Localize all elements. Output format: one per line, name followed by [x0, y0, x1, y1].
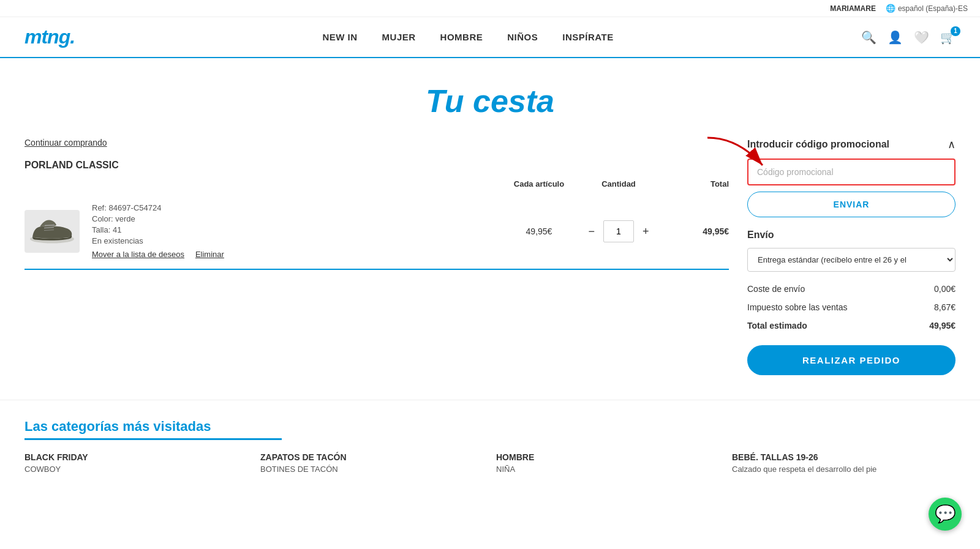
categories-section: Las categorías más visitadas BLACK FRIDA… — [0, 400, 980, 486]
total-label: Total estimado — [747, 321, 807, 331]
qty-control: − + — [582, 220, 655, 242]
qty-decrease-button[interactable]: − — [586, 226, 597, 237]
category-item-2[interactable]: HOMBRE NIÑA — [496, 452, 720, 474]
nav-link-hombre[interactable]: HOMBRE — [440, 32, 483, 42]
cart-badge: 1 — [951, 26, 960, 36]
product-details: Ref: 84697-C54724 Color: verde Talla: 41… — [92, 203, 496, 259]
top-bar: MARIAMARE 🌐 español (España)-ES — [0, 0, 980, 17]
globe-icon: 🌐 — [886, 4, 895, 13]
product-price: 49,95€ — [526, 226, 552, 236]
search-icon[interactable]: 🔍 — [861, 30, 876, 45]
total-value: 49,95€ — [929, 321, 956, 331]
remove-link[interactable]: Eliminar — [195, 250, 224, 259]
promo-section: Introducir código promocional ∧ ENVIAR — [747, 138, 956, 217]
category-sub-3: Calzado que respeta el desarrollo del pi… — [732, 465, 956, 474]
category-sub-1: BOTINES DE TACÓN — [260, 465, 484, 474]
qty-col-header: Cantidad — [582, 179, 655, 189]
category-name-3: BEBÉ. TALLAS 19-26 — [732, 452, 956, 462]
product-color: Color: verde — [92, 214, 496, 223]
categories-divider — [24, 438, 282, 440]
product-image — [24, 210, 80, 253]
product-stock: En existencias — [92, 236, 496, 245]
language-label: español (España)-ES — [898, 4, 968, 13]
category-name-1: ZAPATOS DE TACÓN — [260, 452, 484, 462]
cart-section: Continuar comprando PORLAND CLASSIC Cada… — [24, 138, 729, 375]
total-column: 49,95€ — [668, 226, 729, 236]
promo-annotation-area: Introducir código promocional ∧ ENVIAR — [747, 138, 956, 217]
continue-shopping-link[interactable]: Continuar comprando — [24, 138, 107, 148]
svg-line-2 — [44, 228, 54, 228]
category-sub-2: NIÑA — [496, 465, 720, 474]
promo-title: Introducir código promocional — [747, 139, 889, 150]
product-row: Ref: 84697-C54724 Color: verde Talla: 41… — [24, 203, 729, 259]
promo-collapse-icon[interactable]: ∧ — [948, 138, 956, 151]
total-row: Total estimado 49,95€ — [747, 321, 956, 331]
cart-icon[interactable]: 🛒 1 — [940, 30, 956, 45]
shipping-title: Envío — [747, 230, 956, 241]
nav-link-new-in[interactable]: NEW IN — [322, 32, 357, 42]
categories-title: Las categorías más visitadas — [24, 419, 956, 435]
nav-item-new-in[interactable]: NEW IN — [322, 32, 357, 42]
product-brand: PORLAND CLASSIC — [24, 160, 729, 171]
user-icon[interactable]: 👤 — [888, 30, 903, 45]
sidebar: Introducir código promocional ∧ ENVIAR E… — [747, 138, 956, 375]
nav-link-mujer[interactable]: MUJER — [382, 32, 416, 42]
price-col-header: Cada artículo — [508, 179, 570, 189]
move-to-wishlist-link[interactable]: Mover a la lista de deseos — [92, 250, 184, 259]
tax-row: Impuesto sobre las ventas 8,67€ — [747, 302, 956, 312]
logo[interactable]: mtng. — [24, 26, 75, 48]
main-content: Continuar comprando PORLAND CLASSIC Cada… — [0, 138, 980, 400]
category-item-0[interactable]: BLACK FRIDAY COWBOY — [24, 452, 248, 474]
shipping-select[interactable]: Entrega estándar (recíbelo entre el 26 y… — [747, 248, 956, 272]
header: mtng. NEW IN MUJER HOMBRE NIÑOS INSPÍRAT… — [0, 17, 980, 58]
nav-item-hombre[interactable]: HOMBRE — [440, 32, 483, 42]
qty-column: − + — [582, 220, 655, 242]
product-links: Mover a la lista de deseos Eliminar — [92, 249, 496, 259]
wishlist-icon[interactable]: 🤍 — [914, 30, 929, 45]
product-ref: Ref: 84697-C54724 — [92, 203, 496, 212]
product-divider — [24, 269, 729, 270]
tax-label: Impuesto sobre las ventas — [747, 302, 847, 312]
nav-link-ninos[interactable]: NIÑOS — [507, 32, 538, 42]
nav-item-inspirate[interactable]: INSPÍRATE — [562, 32, 613, 42]
main-nav: NEW IN MUJER HOMBRE NIÑOS INSPÍRATE — [322, 32, 613, 42]
category-name-0: BLACK FRIDAY — [24, 452, 248, 462]
total-col-header: Total — [668, 179, 729, 189]
product-total: 49,95€ — [703, 226, 729, 236]
shipping-cost-value: 0,00€ — [934, 284, 956, 294]
shipping-cost-label: Coste de envío — [747, 284, 805, 294]
qty-increase-button[interactable]: + — [640, 226, 652, 237]
username: MARIAMARE — [830, 4, 876, 13]
category-item-3[interactable]: BEBÉ. TALLAS 19-26 Calzado que respeta e… — [732, 452, 956, 474]
category-item-1[interactable]: ZAPATOS DE TACÓN BOTINES DE TACÓN — [260, 452, 484, 474]
shipping-cost-row: Coste de envío 0,00€ — [747, 284, 956, 294]
shipping-section: Envío Entrega estándar (recíbelo entre e… — [747, 230, 956, 375]
language-selector[interactable]: 🌐 español (España)-ES — [886, 4, 968, 13]
order-button[interactable]: REALIZAR PEDIDO — [747, 345, 956, 375]
svg-line-1 — [45, 225, 55, 226]
qty-input[interactable] — [603, 220, 634, 242]
promo-submit-button[interactable]: ENVIAR — [747, 192, 956, 217]
category-sub-0: COWBOY — [24, 465, 248, 474]
category-name-2: HOMBRE — [496, 452, 720, 462]
promo-code-input[interactable] — [747, 159, 956, 185]
page-title: Tu cesta — [12, 83, 968, 119]
price-column: 49,95€ — [508, 226, 570, 236]
tax-value: 8,67€ — [934, 302, 956, 312]
nav-link-inspirate[interactable]: INSPÍRATE — [562, 32, 613, 42]
promo-header: Introducir código promocional ∧ — [747, 138, 956, 151]
page-title-section: Tu cesta — [0, 58, 980, 138]
product-header-row: Cada artículo Cantidad Total — [24, 179, 729, 193]
categories-grid: BLACK FRIDAY COWBOY ZAPATOS DE TACÓN BOT… — [24, 452, 956, 474]
product-size: Talla: 41 — [92, 225, 496, 234]
nav-item-ninos[interactable]: NIÑOS — [507, 32, 538, 42]
nav-item-mujer[interactable]: MUJER — [382, 32, 416, 42]
header-icons: 🔍 👤 🤍 🛒 1 — [861, 30, 956, 45]
